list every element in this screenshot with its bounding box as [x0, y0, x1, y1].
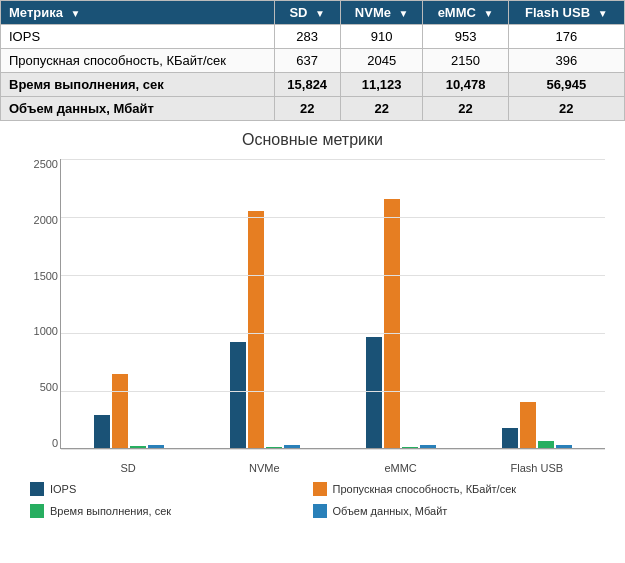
y-tick: 0 — [10, 438, 58, 449]
cell-nvme: 910 — [340, 25, 423, 49]
x-labels: SDNVMeeMMCFlash USB — [10, 459, 615, 474]
table-row: IOPS 283 910 953 176 — [1, 25, 625, 49]
bar-iops — [230, 342, 246, 448]
chart-section: Основные метрики 25002000150010005000 SD… — [0, 121, 625, 540]
bar-throughput — [112, 374, 128, 448]
cell-sd: 15,824 — [274, 73, 340, 97]
table-row: Пропускная способность, КБайт/сек 637 20… — [1, 49, 625, 73]
x-label: eMMC — [333, 462, 469, 474]
bar-throughput — [384, 199, 400, 448]
y-axis: 25002000150010005000 — [10, 159, 58, 449]
table-row: Объем данных, Мбайт 22 22 22 22 — [1, 97, 625, 121]
cell-label: Время выполнения, сек — [1, 73, 275, 97]
legend-color — [313, 504, 327, 518]
cell-fusb: 396 — [508, 49, 624, 73]
sort-icon-nvme[interactable]: ▼ — [399, 8, 409, 19]
header-fusb: Flash USB ▼ — [508, 1, 624, 25]
legend-item: Время выполнения, сек — [30, 504, 313, 518]
legend-label: Объем данных, Мбайт — [333, 505, 448, 517]
bar-group — [333, 159, 469, 448]
sort-icon-fusb[interactable]: ▼ — [598, 8, 608, 19]
cell-emmc: 22 — [423, 97, 508, 121]
sort-icon[interactable]: ▼ — [71, 8, 81, 19]
legend-item: IOPS — [30, 482, 313, 496]
cell-emmc: 10,478 — [423, 73, 508, 97]
header-sd: SD ▼ — [274, 1, 340, 25]
y-tick: 1500 — [10, 271, 58, 282]
cell-nvme: 11,123 — [340, 73, 423, 97]
table-row: Время выполнения, сек 15,824 11,123 10,4… — [1, 73, 625, 97]
header-emmc: eMMC ▼ — [423, 1, 508, 25]
cell-sd: 283 — [274, 25, 340, 49]
cell-nvme: 22 — [340, 97, 423, 121]
bar-iops — [502, 428, 518, 448]
bar-throughput — [520, 402, 536, 448]
header-metric: Метрика ▼ — [1, 1, 275, 25]
legend-color — [30, 504, 44, 518]
legend-label: Пропускная способность, КБайт/сек — [333, 483, 517, 495]
bar-data — [556, 445, 572, 448]
bar-time — [538, 441, 554, 448]
bar-iops — [94, 415, 110, 448]
bar-iops — [366, 337, 382, 448]
cell-sd: 22 — [274, 97, 340, 121]
cell-fusb: 56,945 — [508, 73, 624, 97]
bar-throughput — [248, 211, 264, 448]
bar-data — [148, 445, 164, 448]
cell-sd: 637 — [274, 49, 340, 73]
cell-label: Пропускная способность, КБайт/сек — [1, 49, 275, 73]
grid-line — [61, 449, 605, 450]
bar-time — [130, 446, 146, 448]
legend-item: Пропускная способность, КБайт/сек — [313, 482, 596, 496]
bar-group — [61, 159, 197, 448]
legend-color — [30, 482, 44, 496]
bar-data — [420, 445, 436, 448]
x-label: SD — [60, 462, 196, 474]
bar-time — [266, 447, 282, 448]
sort-icon-sd[interactable]: ▼ — [315, 8, 325, 19]
legend-label: Время выполнения, сек — [50, 505, 171, 517]
x-label: Flash USB — [469, 462, 605, 474]
bar-time — [402, 447, 418, 448]
y-tick: 1000 — [10, 326, 58, 337]
cell-emmc: 953 — [423, 25, 508, 49]
bar-group — [197, 159, 333, 448]
y-tick: 2500 — [10, 159, 58, 170]
legend-label: IOPS — [50, 483, 76, 495]
sort-icon-emmc[interactable]: ▼ — [484, 8, 494, 19]
cell-label: Объем данных, Мбайт — [1, 97, 275, 121]
x-label: NVMe — [196, 462, 332, 474]
cell-fusb: 176 — [508, 25, 624, 49]
bar-data — [284, 445, 300, 448]
bars-area — [60, 159, 605, 449]
y-tick: 500 — [10, 382, 58, 393]
legend-color — [313, 482, 327, 496]
header-nvme: NVMe ▼ — [340, 1, 423, 25]
cell-label: IOPS — [1, 25, 275, 49]
chart-title: Основные метрики — [10, 131, 615, 149]
metrics-table: Метрика ▼ SD ▼ NVMe ▼ eMMC ▼ Flash USB ▼… — [0, 0, 625, 121]
cell-emmc: 2150 — [423, 49, 508, 73]
cell-fusb: 22 — [508, 97, 624, 121]
legend-item: Объем данных, Мбайт — [313, 504, 596, 518]
chart-legend: IOPS Пропускная способность, КБайт/сек В… — [10, 474, 615, 530]
y-tick: 2000 — [10, 215, 58, 226]
bar-group — [469, 159, 605, 448]
cell-nvme: 2045 — [340, 49, 423, 73]
